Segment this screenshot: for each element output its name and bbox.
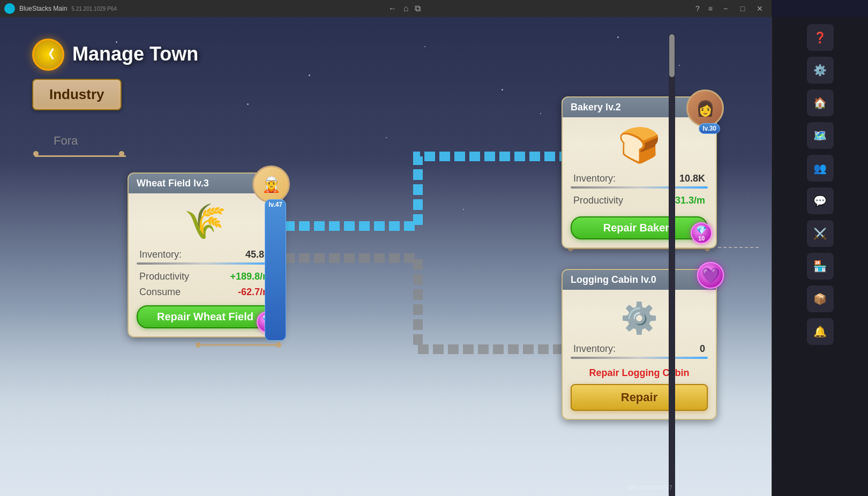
minimize-button[interactable]: − (718, 3, 733, 14)
sidebar-icon-9[interactable]: 🔔 (807, 318, 834, 345)
sidebar-icon-4[interactable]: 👥 (807, 155, 834, 182)
bakery-inventory-stat: Inventory: 10.8K (563, 171, 716, 186)
nav-controls: ← ⌂ ⧉ (386, 4, 423, 13)
repair-bakery-button[interactable]: Repair Bakery 💎 10 (571, 216, 708, 239)
scrollbar-track (669, 34, 675, 496)
sidebar-icon-5[interactable]: 💬 (807, 187, 834, 214)
wheat-field-avatar-level: lv.47 (265, 199, 286, 341)
sidebar-icon-3[interactable]: 🗺️ (807, 122, 834, 149)
back-arrow-icon: 《 (42, 47, 54, 63)
bakery-repair-gem-badge: 💎 10 (691, 222, 712, 244)
home-nav-icon[interactable]: ⌂ (401, 4, 411, 13)
title-bar: BlueStacks Main 5.21.201.1029 P64 ← ⌂ ⧉ … (0, 0, 772, 17)
sidebar-icon-8[interactable]: 📦 (807, 285, 834, 312)
game-area: 《 Manage Town Industry Fora Wheat Field … (0, 17, 772, 496)
bakery-card: Bakery lv.2 👩 lv.30 🍞 Inventory: 10.8K P… (562, 96, 717, 249)
title-bar-left: BlueStacks Main 5.21.201.1029 P64 (0, 3, 117, 14)
wheat-field-card: Wheat Field lv.3 🧝 lv.47 🌾 Inventory: 45… (128, 172, 283, 337)
wheat-productivity-label: Productivity (139, 271, 189, 282)
logging-inventory-label: Inventory: (573, 343, 616, 355)
app-name: BlueStacks Main (19, 5, 67, 12)
app-version: 5.21.201.1029 P64 (71, 6, 117, 12)
sidebar-icon-6[interactable]: ⚔️ (807, 220, 834, 247)
logging-inventory-stat: Inventory: 0 (563, 341, 716, 357)
repair-wheat-field-button[interactable]: Repair Wheat Field 💎 10 (137, 305, 274, 328)
sidebar-icon-1[interactable]: ⚙️ (807, 57, 834, 84)
page-title: Manage Town (72, 43, 198, 65)
logging-cabin-gem-badge: 💜 (697, 262, 724, 289)
bluestacks-logo (4, 3, 15, 14)
bakery-inventory-bar (571, 186, 708, 189)
fora-line (35, 155, 126, 157)
maximize-button[interactable]: □ (735, 3, 750, 14)
wheat-consume-label: Consume (139, 287, 181, 298)
bakery-inventory-label: Inventory: (573, 173, 616, 184)
avatar-character: 🧝 (254, 167, 288, 201)
sidebar-icon-7[interactable]: 🏪 (807, 253, 834, 280)
back-nav-icon[interactable]: ← (386, 4, 399, 13)
wheat-icon: 🌾 (129, 193, 282, 247)
wheat-field-avatar: 🧝 (252, 166, 290, 203)
wheat-inventory-stat: Inventory: 45.8K (129, 247, 282, 262)
bakery-avatar-level: lv.30 (699, 123, 720, 134)
repair-logging-label: Repair Logging Cabin (563, 363, 716, 379)
bakery-avatar: 👩 (686, 89, 724, 127)
bakery-inventory-value: 10.8K (679, 173, 705, 184)
logging-cabin-title: Logging Cabin lv.0 (563, 270, 716, 290)
window-controls: ? ≡ − □ ✕ (692, 3, 772, 14)
uid-text: UID:1000117617 (628, 484, 672, 491)
bread-icon: 🍞 (563, 117, 716, 171)
wheat-inventory-label: Inventory: (139, 249, 182, 260)
wheat-consume-stat: Consume -62.7/m (129, 284, 282, 300)
wheat-inventory-bar (137, 262, 274, 265)
back-button[interactable]: 《 (32, 39, 64, 71)
logging-inventory-bar (571, 357, 708, 359)
sidebar-icon-0[interactable]: ❓ (807, 24, 834, 51)
fora-label: Fora (54, 134, 78, 148)
logging-cabin-card: Logging Cabin lv.0 💜 ⚙️ Inventory: 0 Rep… (562, 269, 717, 420)
logging-inventory-value: 0 (700, 343, 705, 355)
scrollbar-thumb[interactable] (669, 34, 675, 77)
menu-icon[interactable]: ≡ (705, 4, 716, 13)
copy-nav-icon[interactable]: ⧉ (413, 4, 423, 13)
bakery-avatar-face: 👩 (688, 91, 722, 125)
sidebar-icon-2[interactable]: 🏠 (807, 89, 834, 116)
log-icon: ⚙️ (563, 290, 716, 341)
right-sidebar: ❓ ⚙️ 🏠 🗺️ 👥 💬 ⚔️ 🏪 📦 🔔 (772, 17, 868, 496)
repair-logging-cabin-button[interactable]: Repair (571, 384, 708, 411)
help-icon[interactable]: ? (692, 4, 703, 13)
close-button[interactable]: ✕ (752, 3, 767, 14)
bakery-productivity-stat: Productivity +31.3/m (563, 193, 716, 208)
industry-button[interactable]: Industry (32, 79, 122, 110)
bakery-productivity-label: Productivity (573, 195, 623, 206)
wheat-productivity-stat: Productivity +189.8/m (129, 269, 282, 284)
